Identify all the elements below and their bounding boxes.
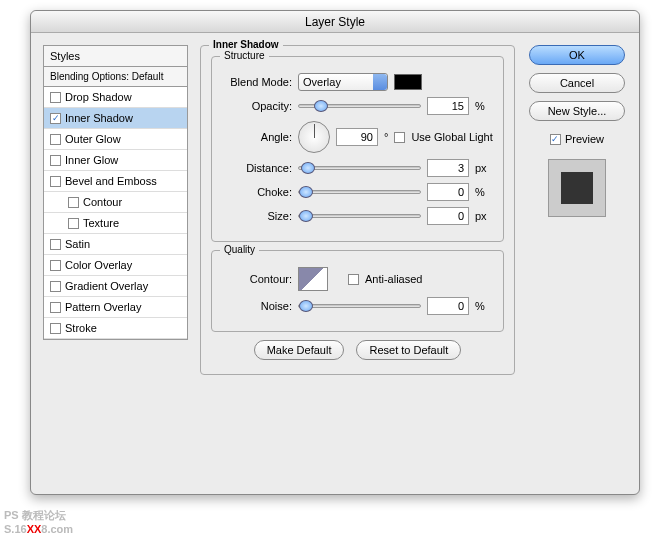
style-label: Stroke	[65, 322, 97, 334]
style-label: Drop Shadow	[65, 91, 132, 103]
distance-input[interactable]: 3	[427, 159, 469, 177]
style-item-contour[interactable]: Contour	[44, 192, 187, 213]
style-item-drop-shadow[interactable]: Drop Shadow	[44, 87, 187, 108]
noise-input[interactable]: 0	[427, 297, 469, 315]
style-item-texture[interactable]: Texture	[44, 213, 187, 234]
style-checkbox[interactable]	[50, 134, 61, 145]
style-item-pattern-overlay[interactable]: Pattern Overlay	[44, 297, 187, 318]
style-checkbox[interactable]	[50, 239, 61, 250]
angle-input[interactable]: 90	[336, 128, 378, 146]
style-checkbox[interactable]	[50, 260, 61, 271]
style-checkbox[interactable]	[50, 155, 61, 166]
dialog-title: Layer Style	[31, 11, 639, 33]
preview-swatch	[548, 159, 606, 217]
size-label: Size:	[222, 210, 292, 222]
style-checkbox[interactable]	[50, 92, 61, 103]
noise-label: Noise:	[222, 300, 292, 312]
choke-slider[interactable]	[298, 190, 421, 194]
layer-style-dialog: Layer Style Styles Blending Options: Def…	[30, 10, 640, 495]
style-checkbox[interactable]	[50, 281, 61, 292]
style-checkbox[interactable]	[68, 197, 79, 208]
global-light-checkbox[interactable]	[394, 132, 405, 143]
style-checkbox[interactable]	[50, 302, 61, 313]
shadow-color-swatch[interactable]	[394, 74, 422, 90]
ok-button[interactable]: OK	[529, 45, 625, 65]
cancel-button[interactable]: Cancel	[529, 73, 625, 93]
opacity-input[interactable]: 15	[427, 97, 469, 115]
style-label: Texture	[83, 217, 119, 229]
size-input[interactable]: 0	[427, 207, 469, 225]
style-checkbox[interactable]	[50, 323, 61, 334]
anti-aliased-label: Anti-aliased	[365, 273, 422, 285]
style-item-outer-glow[interactable]: Outer Glow	[44, 129, 187, 150]
style-item-stroke[interactable]: Stroke	[44, 318, 187, 339]
blend-mode-select[interactable]: Overlay	[298, 73, 388, 91]
distance-label: Distance:	[222, 162, 292, 174]
structure-group: Structure Blend Mode: Overlay Opacity: 1…	[211, 56, 504, 242]
style-checkbox[interactable]	[50, 176, 61, 187]
style-label: Outer Glow	[65, 133, 121, 145]
watermark: PS 教程论坛 S.16XX8.com	[4, 508, 73, 535]
new-style-button[interactable]: New Style...	[529, 101, 625, 121]
contour-label: Contour:	[222, 273, 292, 285]
style-checkbox[interactable]	[50, 113, 61, 124]
style-label: Inner Glow	[65, 154, 118, 166]
style-item-satin[interactable]: Satin	[44, 234, 187, 255]
style-label: Contour	[83, 196, 122, 208]
noise-slider[interactable]	[298, 304, 421, 308]
button-column: OK Cancel New Style... Preview	[527, 45, 627, 482]
choke-input[interactable]: 0	[427, 183, 469, 201]
style-label: Color Overlay	[65, 259, 132, 271]
contour-picker[interactable]	[298, 267, 328, 291]
choke-label: Choke:	[222, 186, 292, 198]
style-checkbox[interactable]	[68, 218, 79, 229]
make-default-button[interactable]: Make Default	[254, 340, 345, 360]
style-label: Gradient Overlay	[65, 280, 148, 292]
quality-group: Quality Contour: Anti-aliased Noise: 0 %	[211, 250, 504, 332]
inner-shadow-panel: Inner Shadow Structure Blend Mode: Overl…	[200, 45, 515, 375]
anti-aliased-checkbox[interactable]	[348, 274, 359, 285]
style-label: Inner Shadow	[65, 112, 133, 124]
blend-mode-label: Blend Mode:	[222, 76, 292, 88]
style-label: Pattern Overlay	[65, 301, 141, 313]
style-item-inner-shadow[interactable]: Inner Shadow	[44, 108, 187, 129]
styles-header[interactable]: Styles	[44, 46, 187, 67]
distance-slider[interactable]	[298, 166, 421, 170]
opacity-label: Opacity:	[222, 100, 292, 112]
size-slider[interactable]	[298, 214, 421, 218]
style-label: Bevel and Emboss	[65, 175, 157, 187]
styles-column: Styles Blending Options: Default Drop Sh…	[43, 45, 188, 482]
style-item-gradient-overlay[interactable]: Gradient Overlay	[44, 276, 187, 297]
opacity-slider[interactable]	[298, 104, 421, 108]
style-item-inner-glow[interactable]: Inner Glow	[44, 150, 187, 171]
angle-label: Angle:	[222, 131, 292, 143]
angle-dial[interactable]	[298, 121, 330, 153]
style-item-bevel-and-emboss[interactable]: Bevel and Emboss	[44, 171, 187, 192]
style-item-color-overlay[interactable]: Color Overlay	[44, 255, 187, 276]
style-label: Satin	[65, 238, 90, 250]
preview-checkbox[interactable]	[550, 134, 561, 145]
panel-title: Inner Shadow	[209, 39, 283, 50]
settings-column: Inner Shadow Structure Blend Mode: Overl…	[200, 45, 515, 482]
reset-default-button[interactable]: Reset to Default	[356, 340, 461, 360]
global-light-label: Use Global Light	[411, 131, 492, 143]
preview-label: Preview	[565, 133, 604, 145]
blending-options-item[interactable]: Blending Options: Default	[44, 67, 187, 87]
